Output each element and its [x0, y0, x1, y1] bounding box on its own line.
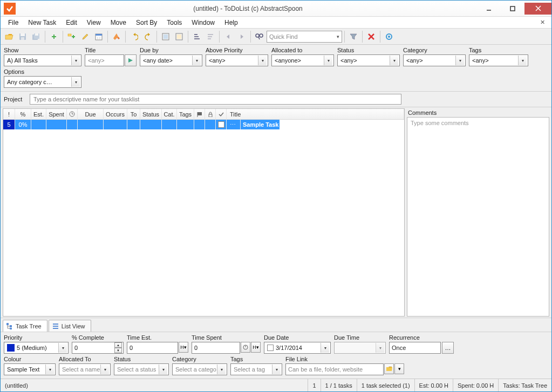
- attr-est-label: Time Est.: [127, 334, 188, 341]
- attr-priority-combo[interactable]: 5 (Medium)▾: [4, 342, 69, 354]
- minimize-button[interactable]: [477, 3, 501, 15]
- menu-close-doc[interactable]: ✕: [537, 19, 548, 26]
- duedate-checkbox[interactable]: [267, 345, 274, 351]
- filter-priority-combo[interactable]: <any>▾: [206, 54, 268, 66]
- menu-tools[interactable]: Tools: [162, 18, 186, 27]
- attr-est-unit-button[interactable]: H▾: [179, 342, 188, 353]
- comments-box[interactable]: Type some comments: [407, 117, 549, 317]
- expand-icon[interactable]: [159, 30, 172, 43]
- status-doc: (untitled): [1, 379, 32, 391]
- cell-expander[interactable]: ⋯: [227, 120, 241, 129]
- menu-view[interactable]: View: [83, 18, 105, 27]
- spin-up-icon[interactable]: ▲: [114, 342, 122, 348]
- filter-bar: Show A) All Tasks▾ Title <any> Due by <a…: [1, 45, 551, 92]
- edit-icon[interactable]: [79, 30, 92, 43]
- sort-desc-icon[interactable]: [204, 30, 217, 43]
- collapse-icon[interactable]: [173, 30, 186, 43]
- sort-icon[interactable]: [190, 30, 203, 43]
- cell-title[interactable]: Sample Task: [241, 120, 280, 129]
- col-to[interactable]: To: [127, 109, 140, 119]
- col-due[interactable]: Due: [78, 109, 104, 119]
- filter-tags-combo[interactable]: <any>▾: [469, 54, 528, 66]
- attr-filelink-input[interactable]: Can be a file, folder, website: [285, 363, 384, 375]
- svg-rect-14: [73, 35, 74, 38]
- task-pane: ! % Est. Spent Due Occurs To Status Cat.…: [3, 108, 405, 317]
- filter-alloc-combo[interactable]: <anyone>▾: [271, 54, 334, 66]
- attr-spent-input[interactable]: 0: [192, 342, 240, 354]
- col-percent[interactable]: %: [15, 109, 31, 119]
- clean-icon[interactable]: [110, 30, 123, 43]
- project-input[interactable]: [30, 94, 401, 105]
- spin-down-icon[interactable]: ▼: [114, 348, 122, 353]
- attr-category-combo[interactable]: Select a catego▾: [172, 363, 227, 375]
- new-task-icon[interactable]: [47, 30, 60, 43]
- col-priority[interactable]: !: [3, 109, 15, 119]
- attr-percent-input[interactable]: 0 ▲▼: [72, 342, 124, 354]
- col-title[interactable]: Title: [227, 109, 404, 119]
- open-icon[interactable]: [3, 30, 16, 43]
- attr-spent-unit-button[interactable]: H▾: [251, 342, 261, 353]
- filter-title-input[interactable]: <any>: [85, 54, 124, 66]
- attr-recur-input[interactable]: Once: [389, 342, 441, 354]
- filter-title-go-button[interactable]: [125, 54, 137, 66]
- attr-filelink-dd[interactable]: ▾: [394, 363, 404, 374]
- attr-duetime-combo[interactable]: ▾: [334, 342, 386, 354]
- save-icon[interactable]: [16, 30, 29, 43]
- close-button[interactable]: [524, 3, 551, 15]
- browse-icon[interactable]: [384, 363, 394, 374]
- col-lock[interactable]: [205, 109, 216, 119]
- menu-move[interactable]: Move: [106, 18, 131, 27]
- filter-options-combo[interactable]: Any category c…▾: [4, 76, 81, 88]
- col-est[interactable]: Est.: [31, 109, 46, 119]
- task-row[interactable]: 5 0% ⋯ Sample Task: [3, 120, 404, 129]
- svg-rect-41: [209, 114, 212, 117]
- col-flag[interactable]: [194, 109, 205, 119]
- chevron-down-icon: ▾: [337, 34, 339, 39]
- maximize-button[interactable]: [501, 3, 524, 15]
- filter-status-combo[interactable]: <any>▾: [337, 54, 400, 66]
- calendar-icon[interactable]: [92, 30, 105, 43]
- menu-new-task[interactable]: New Task: [24, 18, 60, 27]
- attr-colour-combo[interactable]: Sample Text▾: [4, 363, 56, 375]
- find-icon[interactable]: [253, 30, 266, 43]
- col-spent[interactable]: Spent: [46, 109, 67, 119]
- col-cat[interactable]: Cat.: [162, 109, 177, 119]
- filter-due-combo[interactable]: <any date>▾: [140, 54, 202, 66]
- tab-task-tree[interactable]: Task Tree: [3, 320, 47, 332]
- attr-recur-button[interactable]: …: [442, 342, 454, 354]
- cell-check[interactable]: [216, 120, 227, 129]
- next-icon[interactable]: [235, 30, 248, 43]
- redo-icon[interactable]: [141, 30, 154, 43]
- filter-alloc-label: Allocated to: [271, 47, 334, 53]
- filter-icon[interactable]: [347, 30, 360, 43]
- menu-sort-by[interactable]: Sort By: [132, 18, 161, 27]
- col-occurs[interactable]: Occurs: [104, 109, 127, 119]
- col-status[interactable]: Status: [140, 109, 162, 119]
- col-check[interactable]: [216, 109, 227, 119]
- attr-duedate-input[interactable]: 3/17/2014▾: [264, 342, 331, 354]
- delete-icon[interactable]: [365, 30, 378, 43]
- menu-bar: File New Task Edit View Move Sort By Too…: [1, 17, 551, 29]
- menu-file[interactable]: File: [4, 18, 23, 27]
- col-reminder[interactable]: [67, 109, 78, 119]
- menu-window[interactable]: Window: [187, 18, 219, 27]
- quick-find-input[interactable]: Quick Find ▾: [267, 31, 342, 43]
- status-item: 1: [308, 379, 320, 391]
- menu-edit[interactable]: Edit: [62, 18, 81, 27]
- filter-show-combo[interactable]: A) All Tasks▾: [4, 54, 81, 66]
- undo-icon[interactable]: [128, 30, 141, 43]
- col-tags[interactable]: Tags: [177, 109, 194, 119]
- attr-est-input[interactable]: 0: [127, 342, 178, 354]
- attr-spent-timer-button[interactable]: [241, 342, 250, 353]
- task-body[interactable]: 5 0% ⋯ Sample Task: [3, 120, 404, 316]
- prev-icon[interactable]: [222, 30, 235, 43]
- menu-help[interactable]: Help: [220, 18, 242, 27]
- save-all-icon[interactable]: [30, 30, 43, 43]
- attr-tags-combo[interactable]: Select a tag▾: [230, 363, 282, 375]
- new-subtask-icon[interactable]: [65, 30, 78, 43]
- filter-category-combo[interactable]: <any>▾: [403, 54, 466, 66]
- tab-list-view[interactable]: List View: [49, 320, 91, 332]
- attr-status-combo[interactable]: Select a status▾: [114, 363, 169, 375]
- attr-alloc-combo[interactable]: Select a name▾: [59, 363, 111, 375]
- settings-icon[interactable]: [383, 30, 396, 43]
